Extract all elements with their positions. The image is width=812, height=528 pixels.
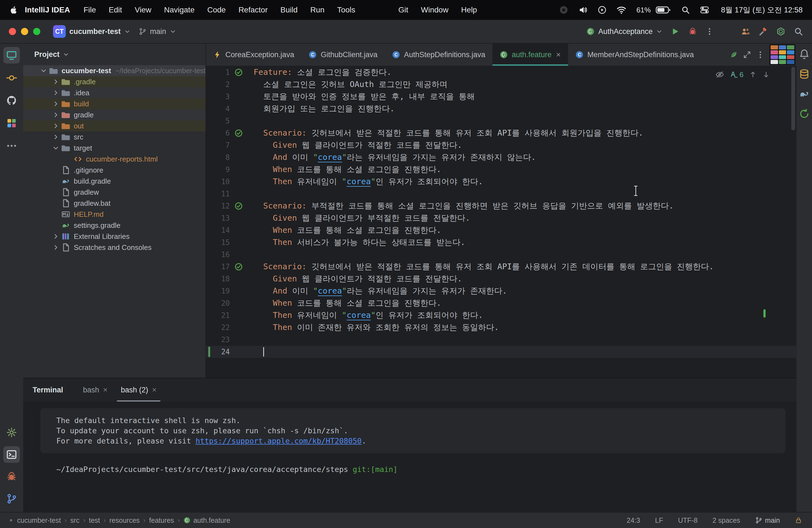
tab-memberandstepdefinitions-java[interactable]: CMemberAndStepDefinitions.java [568, 44, 701, 66]
spotlight-icon[interactable] [681, 5, 690, 14]
tree-toggle-icon[interactable] [51, 145, 61, 151]
tree-item-gitignore[interactable]: .gitignore [23, 165, 205, 176]
reader-mode-icon[interactable] [715, 70, 724, 79]
menu-run[interactable]: Run [304, 5, 331, 14]
tree-item-help-md[interactable]: HELP.md [23, 209, 205, 220]
tab-options-icon[interactable] [756, 50, 765, 59]
tree-toggle-icon[interactable] [51, 244, 61, 251]
menu-build[interactable]: Build [274, 5, 304, 14]
minimize-window-button[interactable] [21, 28, 28, 35]
build-project-icon[interactable] [758, 27, 768, 36]
menu-window[interactable]: Window [415, 5, 455, 14]
leaf-icon[interactable] [730, 50, 738, 59]
now-playing-icon[interactable] [598, 5, 607, 14]
menu-git[interactable]: Git [392, 5, 415, 14]
run-test-gutter-icon[interactable] [231, 202, 246, 210]
menu-refactor[interactable]: Refactor [232, 5, 274, 14]
editor-line-21[interactable]: 21 Then 유저네임이 "corea"인 유저가 조회되어야 한다. [206, 309, 797, 321]
code-with-me-icon[interactable] [741, 27, 750, 36]
breadcrumb-src[interactable]: src [70, 516, 79, 524]
tree-item-gradlew-bat[interactable]: gradlew.bat [23, 198, 205, 209]
editor-line-5[interactable]: 5 [206, 115, 797, 127]
close-window-button[interactable] [9, 28, 16, 35]
tree-toggle-icon[interactable] [39, 68, 48, 74]
close-terminal-tab-icon[interactable]: × [152, 385, 157, 394]
breadcrumb-resources[interactable]: resources [110, 516, 140, 524]
more-actions-icon[interactable] [706, 27, 714, 35]
breadcrumb-auth-feature[interactable]: auth.feature [184, 516, 230, 524]
tree-item-idea[interactable]: .idea [23, 87, 205, 98]
prev-problem-icon[interactable] [749, 71, 757, 78]
editor-line-12[interactable]: 12 Scenario: 부적절한 코드를 통해 소셜 로그인을 진행하면 받은… [206, 200, 797, 212]
indent-widget[interactable]: 2 spaces [713, 516, 740, 524]
lock-icon[interactable] [795, 517, 802, 524]
tree-item-gradle[interactable]: gradle [23, 109, 205, 120]
editor-line-24[interactable]: 24 [206, 346, 797, 358]
project-panel-header[interactable]: Project [23, 44, 205, 65]
editor-line-7[interactable]: 7 Given 웹 클라이언트가 적절한 코드를 전달한다. [206, 139, 797, 151]
apple-menu-icon[interactable] [10, 5, 18, 15]
editor-line-2[interactable]: 2 소셜 로그인은 깃허브 OAuth 로그인만 제공하며 [206, 78, 797, 91]
caret-position-widget[interactable]: 24:3 [627, 516, 640, 524]
tree-item-build-gradle[interactable]: build.gradle [23, 176, 205, 187]
terminal-tab-bash[interactable]: bash× [76, 378, 114, 401]
spring-tool-button[interactable] [798, 108, 810, 120]
close-terminal-tab-icon[interactable]: × [103, 385, 107, 394]
breadcrumb-features[interactable]: features [149, 516, 174, 524]
terminal-prompt[interactable]: ~/IdeaProjects/cucumber-test/src/test/ja… [56, 464, 797, 474]
tree-item-settings-gradle[interactable]: settings.gradle [23, 220, 205, 231]
tree-toggle-icon[interactable] [51, 134, 61, 140]
gradle-tool-button[interactable] [798, 88, 810, 100]
breadcrumb-cucumber-test[interactable]: cucumber-test [17, 516, 61, 524]
notifications-tool-button[interactable] [798, 48, 810, 60]
more-tool-windows-tool-button[interactable] [3, 137, 20, 154]
structure-plugin-icon[interactable] [776, 27, 785, 36]
editor-line-23[interactable]: 23 [206, 334, 797, 346]
screen-recording-icon[interactable] [559, 5, 568, 15]
search-everywhere-icon[interactable] [794, 27, 803, 36]
tree-item-external-libraries[interactable]: External Libraries [23, 231, 205, 242]
tab-auth-feature[interactable]: auth.feature× [492, 44, 568, 66]
tab-coreaexception-java[interactable]: CoreaException.java [206, 44, 301, 66]
editor-line-18[interactable]: 18 Given 웹 클라이언트가 적절한 코드를 전달한다. [206, 273, 797, 285]
zoom-window-button[interactable] [33, 28, 40, 35]
tree-item-scratches-and-consoles[interactable]: Scratches and Consoles [23, 242, 205, 253]
terminal-tool-button[interactable] [3, 446, 20, 463]
inspections-widget[interactable]: 6 [715, 70, 770, 79]
editor-line-10[interactable]: 10 Then 유저네임이 "corea"인 유저가 조회되어야 한다. [206, 176, 797, 188]
editor-line-1[interactable]: 1Feature: 소셜 로그인을 검증한다. [206, 66, 797, 78]
branch-widget[interactable]: main [139, 27, 176, 36]
editor-line-16[interactable]: 16 [206, 249, 797, 261]
encoding-widget[interactable]: UTF-8 [678, 516, 698, 524]
menu-navigate[interactable]: Navigate [158, 5, 201, 14]
tab-authstepdefinitions-java[interactable]: CAuthStepDefinitions.java [385, 44, 492, 66]
tree-item-gradlew[interactable]: gradlew [23, 187, 205, 198]
next-problem-icon[interactable] [762, 71, 770, 78]
tree-toggle-icon[interactable] [51, 89, 61, 96]
tree-item-gradle[interactable]: .gradle [23, 76, 205, 87]
tree-item-src[interactable]: src [23, 131, 205, 143]
editor-line-22[interactable]: 22 Then 이미 존재한 유저와 조회한 유저의 정보는 동일하다. [206, 321, 797, 334]
control-center-icon[interactable] [700, 5, 709, 15]
git-branch-widget[interactable]: main [755, 516, 780, 524]
editor-line-11[interactable]: 11 [206, 188, 797, 200]
pull-requests-tool-button[interactable] [3, 92, 20, 109]
tree-item-cucumber-test[interactable]: cucumber-test~/IdeaProjects/cucumber-tes… [23, 65, 205, 76]
editor-line-8[interactable]: 8 And 이미 "corea"라는 유저네임을 가지는 유저가 존재하지 않는… [206, 151, 797, 163]
editor-line-3[interactable]: 3 토큰을 받아와 인증 정보를 받은 후, 내부 로직을 통해 [206, 91, 797, 103]
editor-scrollbar[interactable] [791, 67, 795, 130]
database-tool-button[interactable] [798, 68, 810, 80]
wifi-icon[interactable] [617, 5, 626, 15]
expand-editor-icon[interactable] [743, 50, 751, 59]
run-test-gutter-icon[interactable] [231, 263, 246, 271]
menubar-clock[interactable]: 8월 17일 (토) 오전 12:58 [721, 5, 802, 15]
tree-item-build[interactable]: build [23, 98, 205, 109]
terminal-title[interactable]: Terminal [33, 386, 63, 394]
editor-line-14[interactable]: 14 When 코드를 통해 소셜 로그인을 진행한다. [206, 224, 797, 236]
run-test-gutter-icon[interactable] [231, 68, 246, 76]
tree-item-cucumber-reports-html[interactable]: cucumber-reports.html [23, 153, 205, 165]
menu-edit[interactable]: Edit [102, 5, 128, 14]
editor-line-17[interactable]: 17 Scenario: 깃허브에서 받은 적절한 코드를 통해 유저 조회 A… [206, 261, 797, 273]
menu-tools[interactable]: Tools [331, 5, 362, 14]
menu-view[interactable]: View [128, 5, 158, 14]
